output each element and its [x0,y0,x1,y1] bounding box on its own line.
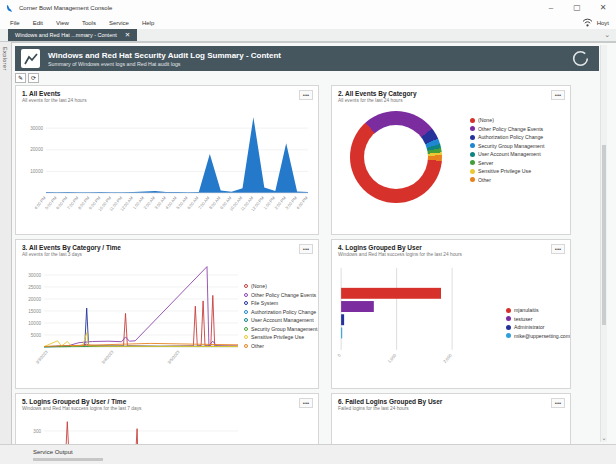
legend-swatch [506,325,511,330]
panel-title: 6. Failed Logins Grouped By User [338,398,564,405]
legend-swatch [244,327,248,331]
maximize-button[interactable]: ▢ [564,0,590,16]
loading-spinner-icon [572,50,589,67]
vertical-scrollbar[interactable]: ⌄ [600,45,607,442]
legend-label: Other Policy Change Events [478,126,543,132]
chevron-down-icon[interactable]: ⌄ [601,435,607,442]
edit-button[interactable]: ✎ [15,73,26,83]
explorer-side-tab[interactable]: Explorer [0,42,8,71]
legend-label: Sensitive Privilege Use [478,168,531,174]
legend-label: Other [478,177,491,183]
legend-item: mike@uppersetting.com [506,333,570,339]
legend-swatch [244,284,248,288]
legend-item: Other [244,343,317,349]
legend-label: (None) [478,117,494,123]
svg-text:3/4/2023: 3/4/2023 [100,349,115,365]
panel-menu-button[interactable]: ••• [551,90,565,100]
menu-view[interactable]: View [56,20,69,26]
legend-swatch [470,135,475,140]
bar [341,314,344,325]
panel-grid: 1. All Events All events for the last 24… [15,85,571,444]
service-output-tab[interactable]: Service Output [33,449,73,455]
logins-by-user-time-line-chart: 300200 [16,411,242,444]
legend-swatch [470,169,475,174]
panel-events-by-category-time: 3. All Events By Category / Time All eve… [15,239,319,389]
legend-item: User Account Management [470,151,544,157]
menu-tools[interactable]: Tools [82,20,96,26]
panel-menu-button[interactable]: ••• [551,244,565,254]
legend-swatch [244,344,248,348]
bar [341,301,374,312]
legend-item: User Account Management [244,317,317,323]
panel-all-events: 1. All Events All events for the last 24… [15,85,319,235]
legend-label: Authorization Policy Change [478,134,543,140]
legend-swatch [244,335,248,339]
legend-item: Other Policy Change Events [470,126,544,132]
donut-legend: (None)Other Policy Change EventsAuthoriz… [470,117,544,203]
line-chart-legend: (None)Other Policy Change EventsFile Sys… [244,283,317,371]
panel-menu-button[interactable]: ••• [299,398,313,408]
legend-swatch [470,143,475,148]
dashboard: Windows and Red Hat Security Audit Log S… [11,42,616,444]
legend-swatch [470,126,475,131]
legend-item: Other [470,177,544,183]
panel-logins-by-user-time: 5. Logins Grouped By User / Time Windows… [15,393,319,444]
panel-title: 1. All Events [22,90,312,97]
document-tab-bar: Windows and Red Hat ...mmary - Content ✕… [0,29,616,42]
tab-windows-redhat-summary[interactable]: Windows and Red Hat ...mmary - Content ✕ [8,29,137,41]
legend-item: Authorization Policy Change [244,309,317,315]
legend-item: Authorization Policy Change [470,134,544,140]
legend-label: Server [478,160,493,166]
menu-service[interactable]: Service [109,20,129,26]
scrollbar-thumb[interactable] [602,145,606,325]
svg-text:2,000: 2,000 [442,352,453,364]
logins-by-user-bar-chart: 01,0002,000 [332,257,476,377]
bar [341,327,342,338]
wifi-icon[interactable] [582,18,593,27]
panel-menu-button[interactable]: ••• [299,244,313,254]
app-icon [5,4,14,13]
legend-swatch [470,177,475,182]
window-title-bar: Corner Bowl Management Console – ▢ ✕ [0,0,616,16]
minimize-button[interactable]: – [538,0,564,16]
svg-text:4:00 PM: 4:00 PM [295,195,309,210]
panel-menu-button[interactable]: ••• [299,90,313,100]
legend-label: Other Policy Change Events [251,292,316,298]
legend-swatch [506,316,511,321]
svg-text:30000: 30000 [30,126,43,131]
panel-title: 5. Logins Grouped By User / Time [22,398,312,405]
menu-edit[interactable]: Edit [33,20,43,26]
legend-item: Other Policy Change Events [244,292,317,298]
legend-label: Other [251,343,264,349]
legend-label: mjanulaitis [514,307,539,313]
legend-swatch [244,293,248,297]
legend-swatch [470,160,475,165]
menu-help[interactable]: Help [142,20,154,26]
menu-file[interactable]: File [10,20,20,26]
svg-text:25000: 25000 [28,285,41,290]
legend-label: Administrator [514,324,545,330]
legend-item: (None) [244,283,317,289]
svg-text:5000: 5000 [31,333,42,338]
user-menu[interactable]: Hoyt [597,20,609,26]
legend-item: Security Group Management [470,143,544,149]
panel-menu-button[interactable]: ••• [551,398,565,408]
legend-label: File System [251,300,278,306]
events-by-category-time-line-chart: 500010000150002000025000300003/3/20233/4… [16,257,242,371]
tab-close-icon[interactable]: ✕ [125,32,130,38]
legend-label: User Account Management [478,151,541,157]
legend-swatch [470,152,475,157]
svg-text:3/3/2023: 3/3/2023 [35,349,50,365]
svg-text:10000: 10000 [30,169,43,174]
chevron-down-icon[interactable]: ⌄ [604,31,610,39]
service-output-indicator [33,458,103,461]
legend-swatch [506,308,511,313]
donut-hole [364,125,428,189]
legend-item: testuser [506,316,570,322]
legend-item: Administrator [506,324,570,330]
refresh-button[interactable]: ⟳ [28,73,39,83]
panel-logins-by-user: 4. Logins Grouped By User Windows and Re… [331,239,571,389]
chart-icon [21,49,40,68]
close-button[interactable]: ✕ [590,0,616,16]
legend-label: (None) [251,283,267,289]
